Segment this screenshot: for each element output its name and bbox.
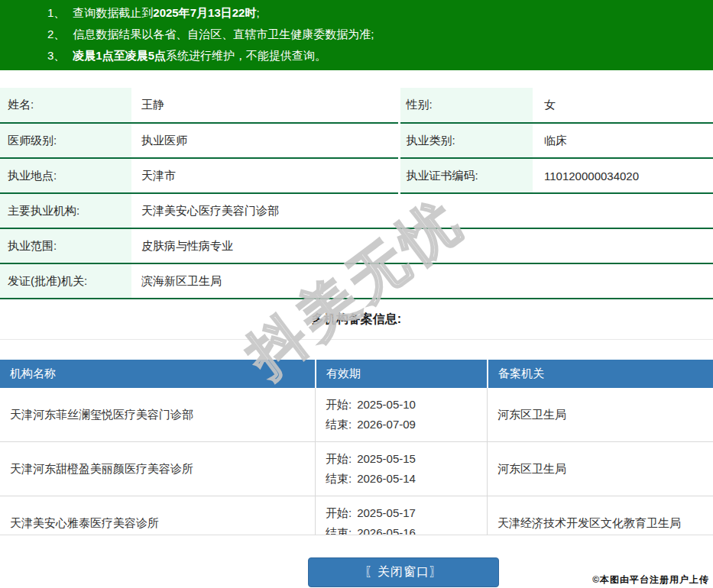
period-end-line: 结束:2026-07-09 [326, 415, 481, 435]
field-label-gender: 性别: [399, 88, 533, 123]
table-row: 天津美安心雅泰医疗美容诊所 开始:2025-05-17 结束:2026-05-1… [0, 496, 713, 535]
start-label: 开始: [326, 398, 352, 411]
physician-profile-table: 姓名: 王静 性别: 女 医师级别: 执业医师 执业类别: 临床 执业地点: 天… [0, 88, 713, 299]
records-table-viewport: 机构名称 有效期 备案机关 天津河东菲丝澜玺悦医疗美容门诊部 开始:2025-0… [0, 360, 713, 535]
field-value-main-org: 天津美安心医疗美容门诊部 [131, 193, 713, 228]
license-query-page: 1、查询数据截止到2025年7月13日22时; 2、信息数据结果以各省、自治区、… [0, 0, 713, 588]
record-authority: 河东区卫生局 [487, 441, 713, 496]
record-authority: 天津经济技术开发区文化教育卫生局 [487, 496, 713, 535]
notice-line-3: 3、凌晨1点至凌晨5点系统进行维护，不能提供查询。 [47, 45, 705, 66]
record-org: 天津美安心雅泰医疗美容诊所 [0, 496, 315, 535]
multi-org-section-title: 多机构备案信息: [0, 299, 713, 340]
field-value-cert-number: 110120000034020 [533, 158, 713, 193]
field-value-level: 执业医师 [131, 123, 399, 158]
start-date: 2025-05-15 [357, 452, 416, 465]
table-row: 姓名: 王静 性别: 女 [0, 88, 713, 123]
start-label: 开始: [326, 452, 352, 465]
record-org: 天津河东甜橙盈美丽颜医疗美容诊所 [0, 441, 315, 496]
field-value-location: 天津市 [131, 158, 399, 193]
field-label-main-org: 主要执业机构: [0, 193, 131, 228]
end-date: 2026-05-16 [357, 526, 416, 535]
field-label-cert-number: 执业证书编码: [399, 158, 533, 193]
end-date: 2026-07-09 [357, 418, 416, 431]
notice-text: 查询数据截止到 [73, 6, 153, 19]
record-period: 开始:2025-05-10 结束:2026-07-09 [315, 388, 487, 441]
field-value-issuer: 滨海新区卫生局 [131, 263, 713, 299]
period-start-line: 开始:2025-05-15 [326, 449, 481, 469]
field-label-category: 执业类别: [399, 123, 533, 158]
notice-text-bold: 凌晨1点至凌晨5点 [73, 49, 166, 62]
field-value-gender: 女 [533, 88, 713, 123]
uploader-copyright-stamp: ©本图由平台注册用户上传 [592, 573, 709, 586]
table-row: 医师级别: 执业医师 执业类别: 临床 [0, 123, 713, 158]
field-value-name: 王静 [131, 88, 399, 123]
end-label: 结束: [326, 526, 352, 535]
column-header-authority: 备案机关 [487, 360, 713, 388]
field-label-location: 执业地点: [0, 158, 131, 193]
end-date: 2026-05-14 [357, 472, 416, 485]
notice-number: 3、 [47, 49, 65, 62]
field-value-category: 临床 [533, 123, 713, 158]
record-authority: 河东区卫生局 [487, 388, 713, 441]
notice-banner: 1、查询数据截止到2025年7月13日22时; 2、信息数据结果以各省、自治区、… [0, 0, 713, 70]
notice-text-bold: 2025年7月13日22时 [153, 6, 256, 19]
period-start-line: 开始:2025-05-10 [326, 395, 481, 415]
start-label: 开始: [326, 506, 352, 519]
table-row: 执业地点: 天津市 执业证书编码: 110120000034020 [0, 158, 713, 193]
column-header-period: 有效期 [315, 360, 487, 388]
records-header-row: 机构名称 有效期 备案机关 [0, 360, 713, 388]
notice-line-1: 1、查询数据截止到2025年7月13日22时; [47, 2, 705, 24]
notice-number: 2、 [47, 27, 65, 40]
table-row: 主要执业机构: 天津美安心医疗美容门诊部 [0, 193, 713, 228]
period-end-line: 结束:2026-05-16 [326, 523, 481, 535]
field-label-level: 医师级别: [0, 123, 131, 158]
field-label-scope: 执业范围: [0, 228, 131, 263]
table-row: 天津河东甜橙盈美丽颜医疗美容诊所 开始:2025-05-15 结束:2026-0… [0, 441, 713, 496]
record-period: 开始:2025-05-17 结束:2026-05-16 [315, 496, 487, 535]
notice-number: 1、 [47, 6, 65, 19]
notice-text: 信息数据结果以各省、自治区、直辖市卫生健康委数据为准; [73, 27, 374, 40]
notice-line-2: 2、信息数据结果以各省、自治区、直辖市卫生健康委数据为准; [47, 24, 705, 45]
start-date: 2025-05-17 [357, 506, 416, 519]
table-row: 发证(批准)机关: 滨海新区卫生局 [0, 263, 713, 299]
record-org: 天津河东菲丝澜玺悦医疗美容门诊部 [0, 388, 315, 441]
column-header-org: 机构名称 [0, 360, 315, 388]
field-label-name: 姓名: [0, 88, 131, 123]
end-label: 结束: [326, 418, 352, 431]
field-label-issuer: 发证(批准)机关: [0, 263, 131, 299]
start-date: 2025-05-10 [357, 398, 416, 411]
table-row: 执业范围: 皮肤病与性病专业 [0, 228, 713, 263]
period-end-line: 结束:2026-05-14 [326, 469, 481, 489]
notice-text: ; [256, 6, 259, 19]
period-start-line: 开始:2025-05-17 [326, 503, 481, 523]
close-window-button[interactable]: 〖关闭窗口〗 [308, 557, 499, 587]
multi-org-records-table: 机构名称 有效期 备案机关 天津河东菲丝澜玺悦医疗美容门诊部 开始:2025-0… [0, 360, 713, 535]
field-value-scope: 皮肤病与性病专业 [131, 228, 713, 263]
table-row: 天津河东菲丝澜玺悦医疗美容门诊部 开始:2025-05-10 结束:2026-0… [0, 388, 713, 441]
end-label: 结束: [326, 472, 352, 485]
notice-text: 系统进行维护，不能提供查询。 [166, 49, 326, 62]
record-period: 开始:2025-05-15 结束:2026-05-14 [315, 441, 487, 496]
